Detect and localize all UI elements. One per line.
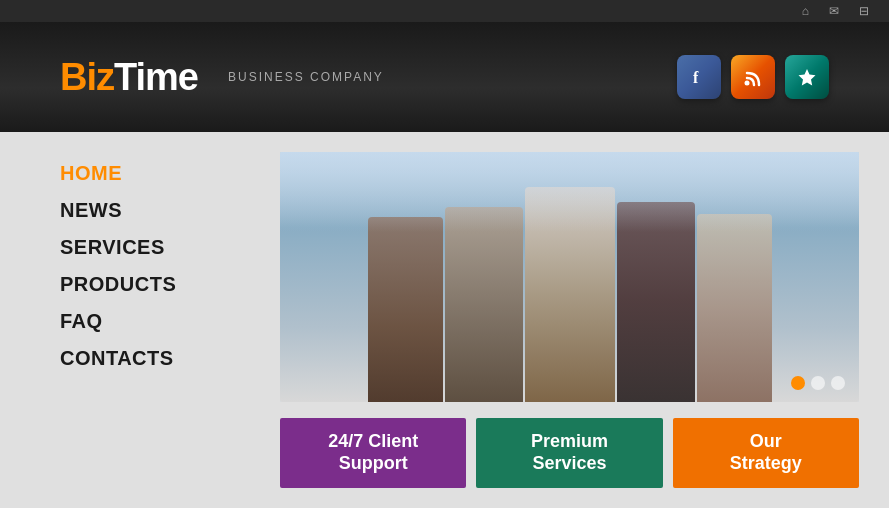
slider-dot-3[interactable] [831,376,845,390]
custom-social-icon[interactable] [785,55,829,99]
feature-services-label: PremiumServices [531,431,608,474]
feature-support-label: 24/7 ClientSupport [328,431,418,474]
svg-text:f: f [693,69,699,86]
feature-strategy-label: OurStrategy [730,431,802,474]
facebook-icon[interactable]: f [677,55,721,99]
tagline: BUSINESS COMPANY [228,70,384,84]
slider-dots [791,376,845,390]
sidebar: HOME NEWS SERVICES PRODUCTS FAQ CONTACTS [0,132,280,508]
logo-time: Time [114,56,198,98]
content-area: 24/7 ClientSupport PremiumServices OurSt… [280,132,889,508]
logo-area: BizTime BUSINESS COMPANY [60,56,384,99]
main-content: HOME NEWS SERVICES PRODUCTS FAQ CONTACTS [0,132,889,508]
header: BizTime BUSINESS COMPANY f [0,22,889,132]
svg-point-1 [745,81,750,86]
nav-news[interactable]: NEWS [60,199,280,222]
home-icon[interactable]: ⌂ [802,4,809,18]
logo-biz: Biz [60,56,114,98]
cart-icon[interactable]: ⊟ [859,4,869,18]
nav-services[interactable]: SERVICES [60,236,280,259]
mail-icon[interactable]: ✉ [829,4,839,18]
slider-dot-1[interactable] [791,376,805,390]
rss-icon[interactable] [731,55,775,99]
feature-support[interactable]: 24/7 ClientSupport [280,418,466,488]
feature-strategy[interactable]: OurStrategy [673,418,859,488]
nav-faq[interactable]: FAQ [60,310,280,333]
slider-dot-2[interactable] [811,376,825,390]
nav-products[interactable]: PRODUCTS [60,273,280,296]
top-bar: ⌂ ✉ ⊟ [0,0,889,22]
nav-home[interactable]: HOME [60,162,280,185]
logo[interactable]: BizTime [60,56,198,99]
nav-contacts[interactable]: CONTACTS [60,347,280,370]
social-icons: f [677,55,829,99]
slider-image [280,152,859,402]
feature-boxes: 24/7 ClientSupport PremiumServices OurSt… [280,418,859,488]
hero-slider[interactable] [280,152,859,402]
feature-services[interactable]: PremiumServices [476,418,662,488]
